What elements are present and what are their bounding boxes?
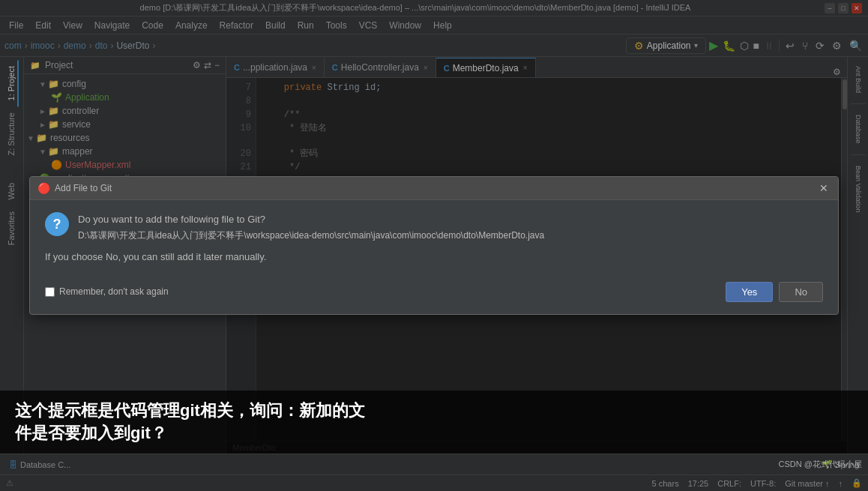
subtitle-overlay: 这个提示框是代码管理git相关，询问：新加的文件是否要加入到git？ xyxy=(0,391,868,454)
dialog-note: If you choose No, you can still add it l… xyxy=(45,251,823,262)
dialog-body: ? Do you want to add the following file … xyxy=(30,200,838,274)
dialog-question-icon: ? xyxy=(45,212,69,236)
subtitle-text: 这个提示框是代码管理git相关，询问：新加的文件是否要加入到git？ xyxy=(15,401,365,442)
dialog-text-block: Do you want to add the following file to… xyxy=(78,212,544,242)
dialog-title-bar: 🔴 Add File to Git ✕ xyxy=(30,177,838,200)
csdn-text: CSDN @花式代码小屋 xyxy=(779,460,862,469)
dialog-question-row: ? Do you want to add the following file … xyxy=(45,212,823,242)
remember-checkbox[interactable]: Remember, don't ask again xyxy=(45,286,169,297)
dialog-close-button[interactable]: ✕ xyxy=(817,181,831,195)
csdn-watermark: CSDN @花式代码小屋 xyxy=(779,459,862,470)
add-file-to-git-dialog: 🔴 Add File to Git ✕ ? Do you want to add… xyxy=(29,176,839,315)
dialog-footer: Remember, don't ask again Yes No xyxy=(30,274,838,314)
dialog-main-text: Do you want to add the following file to… xyxy=(78,212,544,228)
dialog-git-icon: 🔴 xyxy=(37,182,50,194)
dialog-buttons: Yes No xyxy=(726,282,823,302)
remember-checkbox-label: Remember, don't ask again xyxy=(59,286,169,297)
remember-checkbox-input[interactable] xyxy=(45,287,55,297)
dialog-title-text: Add File to Git xyxy=(55,183,112,193)
dialog-title: 🔴 Add File to Git xyxy=(37,182,112,194)
no-button[interactable]: No xyxy=(779,282,823,302)
yes-button[interactable]: Yes xyxy=(726,282,773,302)
dialog-filepath: D:\慕课网\开发工具idea从入门到爱不释手\workspace\idea-d… xyxy=(78,229,544,242)
